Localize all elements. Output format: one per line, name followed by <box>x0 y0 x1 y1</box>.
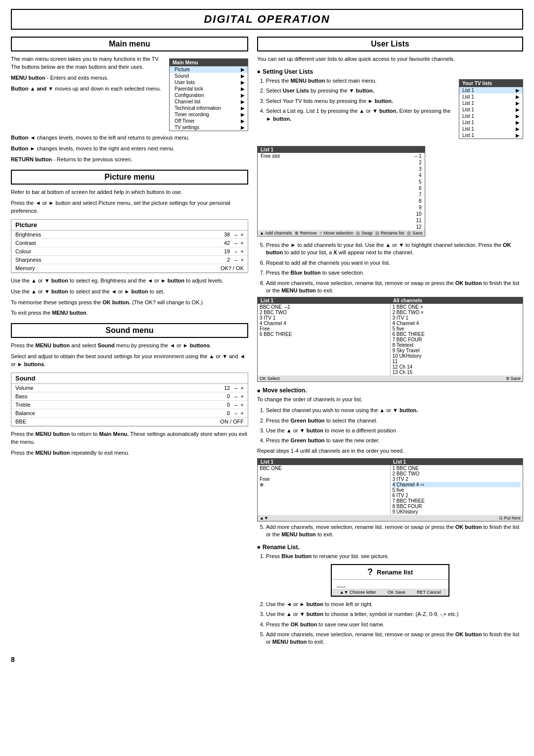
menu-item-sound: Sound▶ <box>170 73 248 79</box>
move-selection-steps: Select the channel you wish to move usin… <box>257 407 523 445</box>
menu-item-userlists: User lists▶ <box>170 79 248 86</box>
picture-note4: To exit press the MENU button. <box>11 309 248 317</box>
tv-list-item: List 1▶ <box>459 87 523 94</box>
rename-box-title: ? Rename list <box>332 565 448 579</box>
picture-settings-box: Picture Brightness 38 – + Contrast 42 – … <box>11 219 248 273</box>
table-row: Contrast 42 – + <box>11 238 248 247</box>
picture-menu-section-header: Picture menu <box>11 170 248 185</box>
menu-item-channellist: Channel list▶ <box>170 98 248 105</box>
list-item: 3 <box>258 166 425 172</box>
setting-user-lists-title: Setting User Lists <box>263 68 313 75</box>
sound-menu-intro1: Press the MENU button and select Sound m… <box>11 342 248 350</box>
main-menu-title: Main menu <box>12 40 247 48</box>
main-menu-section-header: Main menu <box>11 37 248 51</box>
dual-panel-footer: OK Select B Save <box>258 376 523 381</box>
page-number: 8 <box>11 656 523 663</box>
rename-list-title: Rename List. <box>263 544 300 551</box>
user-lists-section-header: User Lists <box>257 37 523 51</box>
tv-list-item: List 1▶ <box>459 106 523 113</box>
move-box-header: List 1 List 1 <box>258 459 523 465</box>
picture-note3: To memorise these settings press the OK … <box>11 299 248 307</box>
main-menu-screenshot: Main Menu Picture▶ Sound▶ User lists▶ Pa… <box>169 58 248 131</box>
tv-lists-title: Your TV lists <box>459 80 523 87</box>
list-item: 8 <box>258 198 425 204</box>
sound-menu-title: Sound menu <box>12 326 247 335</box>
picture-menu-intro2: Press the ◄ or ► button and select Pictu… <box>11 199 248 215</box>
menu-screenshot-title: Main Menu <box>170 59 248 66</box>
list1-box-container: List 1 Free slot– 1 2 3 4 5 6 7 8 9 10 1… <box>257 144 523 238</box>
user-lists-intro: You can set up different user lists to a… <box>257 55 523 63</box>
sound-settings-table: Volume 12 – + Bass 0 – + Treble 0 – + Ba… <box>11 384 248 426</box>
list-item: Press Blue button to rename your list. s… <box>266 553 523 560</box>
list-item: 9 <box>258 204 425 211</box>
sound-note1: Press the MENU button to return to Main … <box>11 430 248 446</box>
main-menu-content: Main Menu Picture▶ Sound▶ User lists▶ Pa… <box>11 55 248 134</box>
user-lists-title: User Lists <box>258 40 522 48</box>
sound-menu-section-header: Sound menu <box>11 323 248 338</box>
dual-panel-header: List 1 All channels <box>258 297 523 304</box>
rename-list-box: ? Rename list ___ ▲▼ Choose letter OK Sa… <box>331 564 449 597</box>
list-item: Select the channel you wish to move usin… <box>266 407 523 414</box>
list-item: 2 <box>258 159 425 166</box>
table-row: Brightness 38 – + <box>11 231 248 239</box>
picture-settings-table: Brightness 38 – + Contrast 42 – + Colour… <box>11 231 248 273</box>
list-item: Press the Green button to select the cha… <box>266 417 523 425</box>
list-item: Use the ▲ or ▼ button to choose a letter… <box>266 611 523 618</box>
list-item: 7 <box>258 191 425 198</box>
list-item: 5 <box>258 179 425 185</box>
table-row: Memory OK? / OK <box>11 264 248 272</box>
list1-box: List 1 Free slot– 1 2 3 4 5 6 7 8 9 10 1… <box>257 146 425 236</box>
move-selection-intro: To change the order of channels in your … <box>257 396 523 404</box>
list-item: Add more channels, move selection, renam… <box>266 280 523 295</box>
list-item: Use the ◄ or ► button to move left or ri… <box>266 601 523 608</box>
list-item: Use the ▲ or ▼ button to move to a diffe… <box>266 427 523 434</box>
move-box-footer: ▲▼ G Put here <box>258 515 523 521</box>
page-title-bar: DIGITAL OPERATION <box>11 9 523 30</box>
sound-menu-intro2: Select and adjust to obtain the best sou… <box>11 353 248 369</box>
sound-settings-box: Sound Volume 12 – + Bass 0 – + Treble 0 … <box>11 373 248 426</box>
menu-item-parentallock: Parental lock▶ <box>170 86 248 92</box>
list1-footer: ▲ Add channels ⊕ Remove ○ Move selection… <box>258 230 425 236</box>
list-item: 6 <box>258 185 425 191</box>
tv-list-item: List 1▶ <box>459 100 523 106</box>
picture-menu-title: Picture menu <box>12 173 247 182</box>
table-row: Colour 19 – + <box>11 247 248 255</box>
setting-user-lists-header: Setting User Lists <box>257 68 523 75</box>
table-row: Treble 0 – + <box>11 401 248 409</box>
menu-item-tvsettings: TV settings▶ <box>170 124 248 131</box>
tv-list-item: List 1▶ <box>459 94 523 100</box>
setting-user-lists-content: Your TV lists List 1▶ List 1▶ List 1▶ Li… <box>257 77 523 141</box>
left-button-desc: Button ◄ changes levels, moves to the le… <box>11 134 248 142</box>
list-item: Press the OK button to save new user lis… <box>266 621 523 628</box>
left-column: Main menu Main Menu Picture▶ Sound▶ User… <box>11 37 248 649</box>
move-box: List 1 List 1 BBC ONE Free ⊕ 1 BBC ONE 2… <box>257 458 523 521</box>
repeat-note: Repeat steps 1-4 until all channels are … <box>257 447 523 455</box>
table-row: BBE ON / OFF <box>11 418 248 426</box>
menu-item-offtimer: Off Timer▶ <box>170 118 248 124</box>
tv-list-item: List 1▶ <box>459 119 523 126</box>
menu-item-configuration: Configuration▶ <box>170 92 248 98</box>
sound-note2: Press the MENU button repeatedly to exit… <box>11 449 248 457</box>
list-item: 11 <box>258 217 425 224</box>
list-item: Free slot– 1 <box>258 153 425 159</box>
picture-note1: Use the ▲ or ▼ button to select eg. Brig… <box>11 277 248 285</box>
picture-note2: Use the ▲ or ▼ button to select and the … <box>11 288 248 296</box>
tv-lists-box: Your TV lists List 1▶ List 1▶ List 1▶ Li… <box>459 79 523 139</box>
sound-box-header: Sound <box>11 373 248 384</box>
rename-input-line: ___ <box>332 579 448 589</box>
list-item: Repeat to add all the channels you want … <box>266 259 523 267</box>
rename-box-footer: ▲▼ Choose letter OK Save RET Cancel <box>332 589 448 596</box>
list-item: 4 <box>258 172 425 179</box>
rename-step1: Press Blue button to rename your list. s… <box>257 553 523 560</box>
rename-list-header: Rename List. <box>257 544 523 551</box>
move-selection-title: Move selection. <box>263 387 307 394</box>
menu-item-picture: Picture▶ <box>170 66 248 73</box>
return-button-desc: RETURN button - Returns to the previous … <box>11 156 248 164</box>
move-steps-cont: Add more channels, move selection, renam… <box>257 523 523 539</box>
list-item: Add more channels, move selection, renam… <box>266 631 523 646</box>
list-item: Press the Green button to save the new o… <box>266 437 523 444</box>
table-row: Volume 12 – + <box>11 384 248 392</box>
right-column: User Lists You can set up different user… <box>257 37 523 649</box>
menu-item-techinfo: Technical information▶ <box>170 105 248 111</box>
rename-box-label: Rename list <box>377 568 413 576</box>
